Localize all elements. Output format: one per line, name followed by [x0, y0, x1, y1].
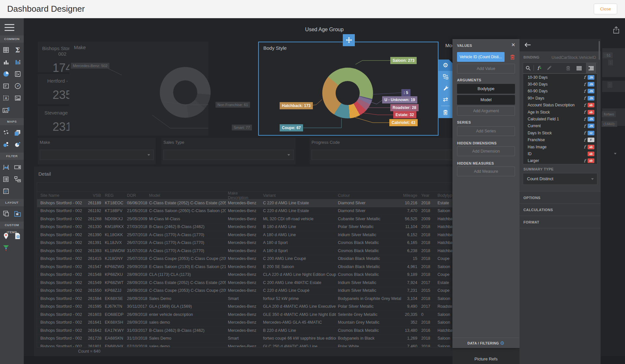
field-list-item[interactable]: 10-30 Daysf.25	[523, 74, 597, 81]
field-list-item[interactable]: 60-90 Daysf.25	[523, 88, 597, 95]
toolbox-item-combo-box[interactable]	[12, 161, 23, 173]
column-header[interactable]: DOR	[125, 193, 147, 198]
field-list-item[interactable]: Days In Stockf12	[523, 129, 597, 136]
swap-axes-button[interactable]: ⇄	[438, 94, 452, 105]
toolbox-item-gauge[interactable]	[12, 80, 23, 92]
toolbox-item-funnel[interactable]	[0, 242, 12, 254]
salestype-filter-combobox[interactable]	[163, 150, 294, 160]
column-header[interactable]: Model	[147, 193, 226, 198]
column-header[interactable]: Mileage	[401, 193, 419, 198]
field-list-item[interactable]: 90+ Daysf.25	[523, 95, 597, 101]
table-row[interactable]: Bishops Stortford - 002261801EN68VHX07/1…	[37, 343, 452, 347]
table-row[interactable]: Bishops Stortford - 002261642EA17KWY31/0…	[37, 327, 452, 335]
move-handle[interactable]	[343, 34, 355, 46]
close-button[interactable]: Close	[594, 4, 617, 14]
table-row[interactable]: Bishops Stortford - 002261595EJ67KTN30/1…	[37, 303, 452, 311]
column-header[interactable]: Colour	[336, 193, 401, 198]
search-fields-button[interactable]	[523, 63, 533, 73]
section-header-options[interactable]: OPTIONS	[520, 191, 601, 204]
grouped-list-view-button[interactable]	[586, 63, 596, 73]
toolbox-item-geo-point-map[interactable]	[0, 127, 12, 139]
make-donut[interactable]	[160, 67, 211, 118]
field-list-item[interactable]: Calculated Field 1f.25	[523, 115, 597, 122]
field-list-item[interactable]: FranchisefF	[523, 137, 597, 143]
delete-value-icon[interactable]	[510, 54, 515, 60]
argument-chip-model[interactable]: Model	[457, 95, 515, 105]
column-header[interactable]: REG	[103, 193, 125, 198]
summary-type-select[interactable]: Count Distinct	[523, 173, 597, 185]
table-row[interactable]: Bishops Stortford - 002261189KT18EOC08/0…	[37, 199, 452, 207]
toolbox-item-pie-map[interactable]	[12, 139, 23, 151]
table-row[interactable]: Bishops Stortford - 002261549KP68ZWT28/0…	[37, 279, 452, 287]
make-chart-panel[interactable]: Make Mercedes-Benz: 502	[69, 42, 208, 136]
back-arrow-icon[interactable]	[524, 42, 531, 48]
column-header[interactable]: Site Name	[37, 193, 86, 198]
convert-item-button[interactable]	[438, 71, 452, 82]
field-list-item[interactable]: IDab	[523, 150, 597, 157]
toolbox-item-web-page[interactable]	[12, 230, 23, 242]
export-icon[interactable]	[613, 26, 620, 34]
field-list-item[interactable]: 30-60 Daysf.25	[523, 81, 597, 88]
flat-list-view-button[interactable]	[574, 63, 584, 73]
field-list-scrollbar[interactable]	[599, 41, 600, 60]
data-filtering-button[interactable]: DATA / FILTERING ⚙	[452, 338, 520, 348]
column-header[interactable]: VSB	[86, 193, 103, 198]
delete-field-button[interactable]	[563, 63, 573, 73]
field-list-item[interactable]: Largerfab	[523, 157, 597, 164]
toolbox-item-map-pin[interactable]	[0, 230, 12, 242]
bodystyle-donut[interactable]	[322, 68, 373, 118]
toolbox-item-text-box[interactable]: A	[0, 92, 12, 104]
bodystyle-chart-panel[interactable]: Body Style Saloon: 273 : 5 U - Unknown: …	[258, 42, 438, 136]
table-row[interactable]: Bishops Stortford - 002261268ND09KXJ25/0…	[37, 215, 452, 223]
table-row[interactable]: Bishops Stortford - 002261330KM18RKX27/0…	[37, 223, 452, 231]
edit-rules-wrench-button[interactable]	[438, 82, 452, 94]
column-header[interactable]: Year	[419, 193, 436, 198]
toolbox-item-tab-container[interactable]	[12, 208, 23, 220]
toolbox-item-pivot-sum[interactable]: Σ	[12, 44, 23, 56]
toolbox-item-date-filter[interactable]	[0, 185, 12, 197]
table-row[interactable]: Bishops Stortford - 002261641EK68XSH28/0…	[37, 319, 452, 327]
add-argument-button[interactable]: Add Argument	[457, 106, 515, 116]
field-list-item[interactable]: Currentf.25	[523, 123, 597, 129]
table-row[interactable]: Bishops Stortford - 002261415KJ18GNY25/0…	[37, 255, 452, 263]
delete-item-button[interactable]	[438, 107, 452, 118]
section-header-format[interactable]: FORMAT	[520, 216, 601, 228]
column-header[interactable]: Bodytype	[436, 193, 452, 198]
column-header[interactable]: Variant	[261, 193, 336, 198]
toolbox-item-bubble-map[interactable]	[0, 139, 12, 151]
make-filter-combobox[interactable]	[40, 150, 154, 160]
table-row[interactable]: Bishops Stortford - 002261584EK68XSE28/0…	[37, 295, 452, 303]
toolbox-item-grid[interactable]	[0, 44, 12, 56]
detail-grid-panel[interactable]: Detail Site NameVSBREGDORModelMake Descr…	[34, 167, 452, 356]
table-row[interactable]: Bishops Stortford - 002261192KT18BFV21/0…	[37, 207, 452, 215]
add-series-button[interactable]: Add Series	[457, 126, 515, 136]
toolbox-item-image[interactable]	[12, 92, 23, 104]
edit-field-button[interactable]	[544, 63, 554, 73]
table-row[interactable]: Bishops Stortford - 002261393KL18WDW31/0…	[37, 247, 452, 255]
field-list-item[interactable]: Has Imagefab	[523, 143, 597, 150]
add-calculated-field-button[interactable]: f+	[535, 63, 544, 73]
field-list-item[interactable]: Account Status Descriptionfab	[523, 102, 597, 109]
toolbox-item-scatter-chart[interactable]	[12, 68, 23, 80]
toolbox-item-card[interactable]	[0, 80, 12, 92]
close-icon[interactable]: ✕	[511, 42, 515, 48]
dashboard-tab-picture-refs[interactable]: Picture Refs	[452, 348, 520, 364]
toolbox-item-bar-chart[interactable]	[0, 56, 12, 68]
table-row[interactable]: Bishops Stortford - 002261547KP68ZWG29/0…	[37, 263, 452, 271]
toolbox-item-pie-chart[interactable]	[0, 68, 12, 80]
table-row[interactable]: Bishops Stortford - 002261548KP68ZKU28/0…	[37, 271, 452, 279]
table-row[interactable]: Bishops Stortford - 002261728EA68SKN31/1…	[37, 335, 452, 343]
value-chip-vehicle-id[interactable]: Vehicle ID (Count Disti...	[457, 52, 505, 62]
argument-chip-bodytype[interactable]: Bodytype	[457, 84, 515, 94]
table-row[interactable]: Bishops Stortford - 002261603EO68EDP26/0…	[37, 311, 452, 319]
hamburger-menu-icon[interactable]	[5, 24, 14, 31]
add-dimension-button[interactable]: Add Dimension	[457, 146, 515, 156]
toolbox-item-bound-image[interactable]	[0, 104, 12, 116]
toolbox-item-tree-view[interactable]	[12, 173, 23, 185]
toolbox-item-range-filter[interactable]	[0, 161, 12, 173]
toolbox-item-list-box[interactable]	[0, 173, 12, 185]
table-row[interactable]: Bishops Stortford - 002261390KL18GKK25/0…	[37, 231, 452, 239]
add-value-button[interactable]: Add Value	[457, 64, 515, 74]
section-header-calculations[interactable]: CALCULATIONS	[520, 204, 601, 216]
toolbox-item-group[interactable]	[0, 208, 12, 220]
